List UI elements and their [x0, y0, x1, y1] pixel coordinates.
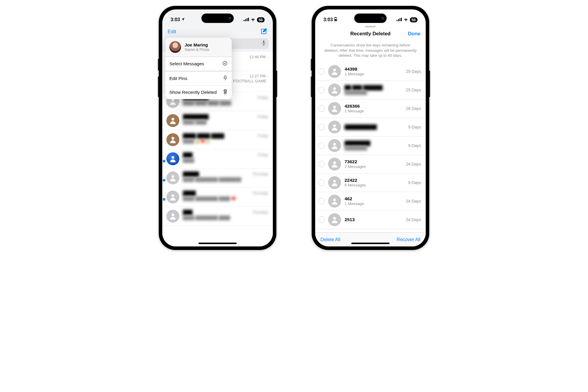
- deleted-row[interactable]: 426366 1 Message 26 Days: [315, 99, 426, 118]
- avatar: [166, 210, 179, 223]
- deleted-row[interactable]: ██████████ 9 Days: [315, 118, 426, 136]
- deleted-row[interactable]: ████████ ████████ 9 Days: [315, 136, 426, 155]
- signal-icon: [397, 17, 402, 22]
- profile-sub: Name & Photo: [185, 47, 210, 52]
- conversation-time: Friday: [258, 114, 268, 119]
- select-circle[interactable]: [318, 105, 325, 112]
- deleted-list[interactable]: 44398 1 Message 29 Days ██ ███ ██████ ██…: [315, 62, 426, 232]
- svg-point-13: [171, 175, 174, 178]
- avatar: [328, 121, 341, 134]
- avatar: [328, 102, 341, 115]
- profile-name: Joe Maring: [185, 42, 210, 47]
- deleted-row[interactable]: ██ ███ ██████ ████████ 25 Days: [315, 81, 426, 99]
- days-remaining: 9 Days: [408, 180, 421, 185]
- edit-button[interactable]: Edit: [168, 29, 176, 35]
- svg-rect-1: [245, 19, 246, 21]
- deleted-sub: ████████: [345, 146, 405, 150]
- home-indicator[interactable]: [198, 243, 237, 244]
- deleted-title: 2513: [345, 217, 402, 222]
- signal-icon: [244, 17, 249, 22]
- delete-all-button[interactable]: Delete All: [320, 237, 340, 242]
- svg-point-26: [333, 124, 336, 127]
- menu-select-messages[interactable]: Select Messages: [165, 57, 232, 71]
- conversation-time: Friday: [258, 153, 268, 157]
- deleted-row[interactable]: 462 1 Message 24 Days: [315, 192, 426, 211]
- conversation-time: 12:46 PM ›: [249, 55, 268, 59]
- svg-point-28: [333, 161, 336, 164]
- days-remaining: 24 Days: [406, 217, 421, 222]
- avatar: [328, 195, 341, 208]
- deleted-sub: 1 Message: [345, 201, 402, 206]
- svg-point-30: [333, 198, 336, 201]
- svg-rect-17: [335, 17, 336, 18]
- svg-point-27: [333, 143, 336, 145]
- conversation-row[interactable]: ███ Friday ████: [162, 149, 273, 169]
- days-remaining: 9 Days: [408, 125, 421, 129]
- deleted-title: ██████████: [345, 124, 405, 130]
- days-remaining: 26 Days: [406, 106, 421, 111]
- conversation-row[interactable]: ████████ Friday ████ ████: [162, 111, 273, 130]
- conversation-title: ████████: [183, 114, 209, 119]
- avatar: [328, 65, 341, 78]
- wifi-icon: [250, 17, 255, 22]
- location-icon: [181, 17, 185, 22]
- mic-icon[interactable]: [262, 40, 266, 47]
- conversation-time: Thursday: [252, 210, 268, 214]
- menu-edit-pins[interactable]: Edit Pins: [165, 71, 232, 85]
- compose-icon[interactable]: [260, 28, 268, 36]
- bottom-toolbar: Delete All Recover All: [315, 232, 426, 246]
- deleted-title: 22422: [345, 178, 405, 183]
- select-circle[interactable]: [318, 179, 325, 186]
- conversation-row[interactable]: ████ ████ ████ Friday ████ 🔒❤️🙏: [162, 130, 273, 149]
- low-power-icon: [334, 17, 337, 22]
- conversation-time: Thursday: [252, 191, 268, 195]
- home-indicator[interactable]: [351, 243, 390, 244]
- conversation-row[interactable]: ███ Thursday ████ ████████ ████: [162, 207, 273, 226]
- unread-dot: [163, 160, 165, 162]
- conversation-row[interactable]: ████ Thursday ████ ████████ ████ ❤️: [162, 188, 273, 207]
- nav-bar: Edit: [162, 25, 273, 38]
- select-circle[interactable]: [318, 142, 325, 149]
- avatar: [166, 171, 179, 184]
- select-circle[interactable]: [318, 124, 325, 130]
- days-remaining: 24 Days: [406, 199, 421, 203]
- select-circle[interactable]: [318, 161, 325, 167]
- conversation-preview: ████ ████████ ████ ❤️: [183, 196, 268, 201]
- done-button[interactable]: Done: [408, 31, 421, 37]
- edit-menu-popover: Joe Maring Name & Photo Select Messages …: [165, 38, 232, 99]
- avatar: [166, 114, 179, 127]
- deleted-sub: 1 Message: [345, 72, 402, 76]
- deleted-row[interactable]: 44398 1 Message 29 Days: [315, 62, 426, 81]
- select-circle[interactable]: [318, 198, 325, 204]
- svg-rect-2: [247, 18, 248, 21]
- svg-point-24: [333, 87, 336, 90]
- deleted-row[interactable]: 2513 24 Days: [315, 211, 426, 229]
- menu-label: Show Recently Deleted: [169, 90, 217, 95]
- dynamic-island: [354, 14, 387, 23]
- battery-indicator: 56: [410, 17, 417, 22]
- deleted-row[interactable]: 22422 6 Messages 9 Days: [315, 174, 426, 192]
- svg-rect-19: [397, 20, 397, 21]
- avatar: [328, 213, 341, 226]
- deleted-title: 462: [345, 196, 402, 201]
- select-circle[interactable]: [318, 87, 325, 93]
- conversation-time: Friday: [258, 134, 268, 138]
- conversation-row[interactable]: █████ Thursday ████ ████████ ████████: [162, 169, 273, 188]
- wifi-icon: [403, 17, 408, 22]
- avatar: [328, 139, 341, 152]
- svg-point-12: [171, 156, 174, 159]
- conversation-time: Friday: [258, 95, 268, 100]
- days-remaining: 25 Days: [406, 88, 421, 92]
- menu-label: Edit Pins: [169, 76, 187, 81]
- trash-icon: [223, 89, 228, 96]
- profile-row[interactable]: Joe Maring Name & Photo: [165, 38, 232, 57]
- recover-all-button[interactable]: Recover All: [397, 237, 420, 242]
- select-circle[interactable]: [318, 216, 325, 223]
- deleted-title: 44398: [345, 66, 402, 72]
- unread-dot: [163, 179, 165, 181]
- select-circle[interactable]: [318, 68, 325, 75]
- deleted-row[interactable]: 73622 2 Messages 24 Days: [315, 155, 426, 174]
- menu-recently-deleted[interactable]: Show Recently Deleted: [165, 85, 232, 99]
- conversation-time: Thursday: [252, 172, 268, 176]
- deleted-title: 73622: [345, 159, 402, 164]
